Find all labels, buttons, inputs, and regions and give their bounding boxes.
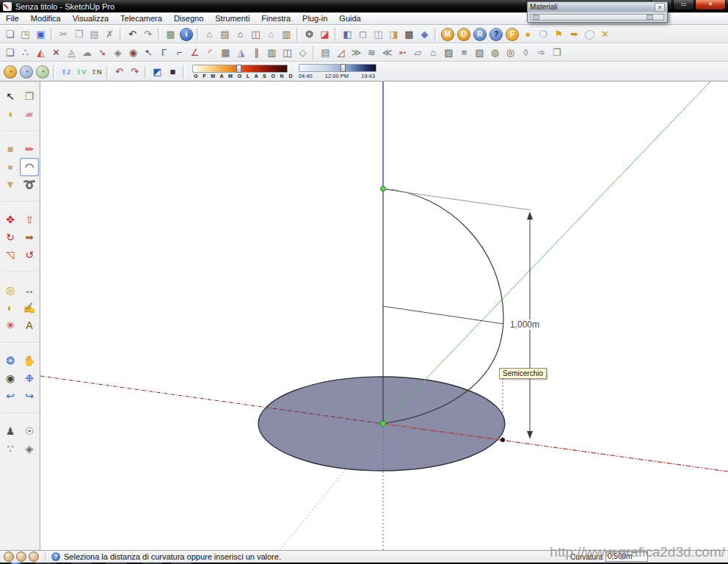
axes-tool[interactable]: ✳ [1, 317, 20, 335]
menu-visualizza[interactable]: Visualizza [67, 12, 114, 24]
plugin2-cross-icon[interactable]: ✕ [48, 46, 64, 59]
materials-panel[interactable]: Materiali x [527, 1, 668, 23]
protractor-tool[interactable]: ◐ [1, 299, 20, 317]
plugin2-corner1-icon[interactable]: Γ [156, 46, 172, 59]
plugin2-shelf-icon[interactable]: ▤ [318, 46, 333, 59]
view-front-icon[interactable]: ⌂ [233, 27, 248, 41]
save-icon[interactable]: ▣ [33, 27, 48, 41]
help-icon[interactable]: ? [51, 552, 60, 561]
plugin2-columns-icon[interactable]: ∥ [249, 46, 264, 59]
menu-disegno[interactable]: Disegno [168, 12, 209, 24]
freehand-tool[interactable]: ➰ [20, 176, 39, 194]
view-top-icon[interactable]: ▤ [217, 27, 233, 41]
3d-text-tool[interactable]: A [20, 317, 39, 335]
segment-sphere-blue-icon[interactable]: ◔ [20, 65, 33, 79]
view-left-icon[interactable]: ▥ [279, 27, 294, 41]
facestyle-xray-icon[interactable]: ◧ [340, 27, 355, 41]
zoom-previous-tool[interactable]: ↩ [1, 387, 20, 405]
push-j-icon[interactable]: ⇧J [58, 65, 73, 79]
plugin2-skew1-icon[interactable]: ≫ [349, 46, 364, 59]
model-canvas[interactable] [40, 82, 728, 550]
materials-slider-thumb-right[interactable] [647, 15, 653, 20]
plugin2-sphere-icon[interactable]: ◉ [125, 46, 141, 59]
plugin2-frame-icon[interactable]: ⌂ [426, 46, 441, 59]
geo-status-icon-2[interactable] [16, 552, 26, 562]
menu-finestra[interactable]: Finestra [255, 12, 296, 24]
plugin2-window-icon[interactable]: ▨ [441, 46, 456, 59]
plugin2-scoop-icon[interactable]: ➷ [141, 46, 156, 59]
plugin2-panel-icon[interactable]: ◫ [280, 46, 295, 59]
model-info-icon[interactable]: i [180, 28, 193, 41]
shadow-date-slider[interactable]: G F M A M G L A S O N D [192, 65, 294, 79]
cube-dark-icon[interactable]: ■ [165, 65, 181, 79]
drawing-viewport[interactable]: 1,000m Semicerchio [40, 82, 728, 550]
plugin-cross-icon[interactable]: ✕ [597, 27, 613, 41]
open-icon[interactable]: ◳ [18, 27, 33, 41]
push-n-icon[interactable]: ⇧N [89, 65, 104, 79]
segment-sphere-green-icon[interactable]: ◔ [36, 65, 49, 79]
line-tool[interactable]: ✏ [20, 140, 39, 159]
pan-tool[interactable]: ✋ [20, 352, 39, 370]
plugin2-comb-icon[interactable]: ◍ [487, 46, 503, 59]
plugin-flag-icon[interactable]: ⚑ [551, 27, 567, 41]
date-slider-thumb[interactable] [236, 65, 241, 73]
plugin-r-icon[interactable]: R [473, 28, 487, 41]
plugin2-hatch2-icon[interactable]: ≡ [456, 46, 472, 59]
rotate-right-icon[interactable]: ↷ [127, 65, 142, 79]
eraser-tool[interactable]: ▰ [20, 105, 39, 123]
plugin2-stair2-icon[interactable]: ≪ [379, 46, 395, 59]
view-back-icon[interactable]: ⌂ [263, 27, 279, 41]
plugin-m-icon[interactable]: M [441, 28, 454, 41]
plugin-sphere-icon[interactable]: ● [520, 27, 536, 41]
materials-close-button[interactable]: x [655, 3, 665, 12]
plugin-egg-icon[interactable]: ◯ [582, 27, 597, 41]
facestyle-monochrome-icon[interactable]: ◆ [417, 27, 432, 41]
print-icon[interactable]: ▦ [163, 27, 178, 41]
rotate-left-icon[interactable]: ↶ [112, 65, 127, 79]
scale-tool[interactable]: ◹ [1, 246, 20, 264]
maximize-button[interactable]: ▭ [673, 0, 694, 10]
plugin2-cloud-icon[interactable]: ☁ [79, 46, 95, 59]
plugin2-corner2-icon[interactable]: ⌐ [172, 46, 187, 59]
plugin2-ramp-icon[interactable]: ◿ [333, 46, 349, 59]
plugin2-boxarrow-icon[interactable]: ❐ [549, 46, 564, 59]
copy-icon[interactable]: ❐ [71, 27, 87, 41]
plugin2-box-icon[interactable]: ❏ [2, 46, 18, 59]
zoom-tool[interactable]: ◉ [1, 369, 20, 388]
measurement-value-box[interactable]: 0,500m [605, 552, 648, 562]
plugin2-sticks-icon[interactable]: ➾ [534, 46, 549, 59]
time-slider-thumb[interactable] [341, 64, 346, 72]
position-camera-tool[interactable]: ♟ [1, 422, 20, 441]
make-component-tool[interactable]: ❐ [20, 87, 39, 106]
plugin-shell-icon[interactable]: ➥ [567, 27, 582, 41]
plugin2-hook-icon[interactable]: ➘ [95, 46, 110, 59]
geo-status-icon-1[interactable] [4, 552, 14, 562]
materials-slider[interactable] [531, 14, 664, 21]
plugin2-curve-icon[interactable]: ◜ [203, 46, 218, 59]
plugin2-fan2-icon[interactable]: ◊ [518, 46, 534, 59]
walk-tool[interactable]: ∵ [1, 440, 20, 458]
plugin-f-icon[interactable]: F [506, 28, 519, 41]
orbit-tool[interactable]: ❂ [1, 352, 20, 370]
close-button[interactable]: ✕ [695, 0, 726, 10]
endpoint-origin[interactable] [380, 421, 385, 426]
paint-bucket-tool[interactable]: ◖ [1, 105, 20, 123]
polygon-tool[interactable]: ▼ [1, 176, 20, 194]
facestyle-wireframe-icon[interactable]: ◻ [355, 27, 371, 41]
follow-me-tool[interactable]: ➥ [20, 228, 39, 247]
date-slider-track[interactable] [192, 65, 288, 73]
menu-guida[interactable]: Guida [333, 12, 366, 24]
arc-tool[interactable]: ◠ [20, 158, 39, 176]
menu-file[interactable]: File [0, 12, 25, 24]
view-right-icon[interactable]: ◫ [248, 27, 263, 41]
offset-tool[interactable]: ↺ [20, 246, 39, 264]
push-v-icon[interactable]: ⇧V [73, 65, 89, 79]
geo-status-icon-3[interactable] [29, 552, 39, 562]
camera-orbit-icon[interactable]: ❂ [302, 27, 317, 41]
menu-telecamera[interactable]: Telecamera [114, 12, 168, 24]
plugin2-points-icon[interactable]: ∴ [18, 46, 33, 59]
plugin2-donut-icon[interactable]: ◎ [503, 46, 518, 59]
materials-slider-thumb-left[interactable] [533, 15, 539, 20]
shadow-time-slider[interactable]: 04:40 12:00 PM 19:43 [299, 64, 376, 79]
circle-tool[interactable]: ● [1, 158, 20, 176]
